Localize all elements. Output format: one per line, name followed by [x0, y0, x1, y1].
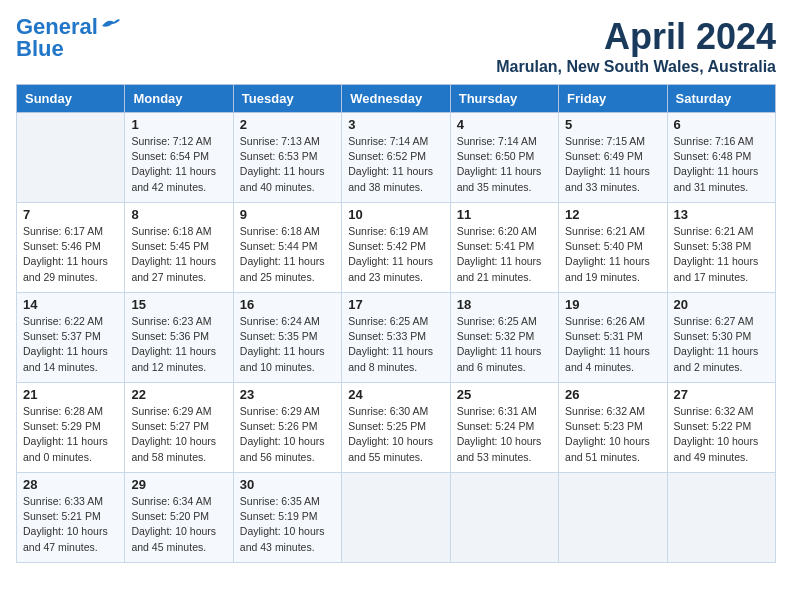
- logo: General Blue: [16, 16, 122, 60]
- day-detail: Sunrise: 6:25 AMSunset: 5:33 PMDaylight:…: [348, 314, 443, 375]
- day-detail: Sunrise: 6:34 AMSunset: 5:20 PMDaylight:…: [131, 494, 226, 555]
- page-header: General Blue April 2024 Marulan, New Sou…: [16, 16, 776, 76]
- day-detail: Sunrise: 7:16 AMSunset: 6:48 PMDaylight:…: [674, 134, 769, 195]
- calendar-cell: 25Sunrise: 6:31 AMSunset: 5:24 PMDayligh…: [450, 383, 558, 473]
- day-header-friday: Friday: [559, 85, 667, 113]
- calendar-cell: 8Sunrise: 6:18 AMSunset: 5:45 PMDaylight…: [125, 203, 233, 293]
- day-number: 4: [457, 117, 552, 132]
- day-detail: Sunrise: 6:27 AMSunset: 5:30 PMDaylight:…: [674, 314, 769, 375]
- day-detail: Sunrise: 6:28 AMSunset: 5:29 PMDaylight:…: [23, 404, 118, 465]
- calendar-cell: 1Sunrise: 7:12 AMSunset: 6:54 PMDaylight…: [125, 113, 233, 203]
- calendar-cell: 22Sunrise: 6:29 AMSunset: 5:27 PMDayligh…: [125, 383, 233, 473]
- day-detail: Sunrise: 6:23 AMSunset: 5:36 PMDaylight:…: [131, 314, 226, 375]
- day-header-wednesday: Wednesday: [342, 85, 450, 113]
- calendar-cell: [667, 473, 775, 563]
- day-number: 26: [565, 387, 660, 402]
- day-number: 20: [674, 297, 769, 312]
- day-number: 30: [240, 477, 335, 492]
- day-header-sunday: Sunday: [17, 85, 125, 113]
- day-detail: Sunrise: 6:19 AMSunset: 5:42 PMDaylight:…: [348, 224, 443, 285]
- day-number: 10: [348, 207, 443, 222]
- day-number: 21: [23, 387, 118, 402]
- day-detail: Sunrise: 6:29 AMSunset: 5:27 PMDaylight:…: [131, 404, 226, 465]
- calendar-cell: 2Sunrise: 7:13 AMSunset: 6:53 PMDaylight…: [233, 113, 341, 203]
- calendar-table: SundayMondayTuesdayWednesdayThursdayFrid…: [16, 84, 776, 563]
- day-detail: Sunrise: 6:35 AMSunset: 5:19 PMDaylight:…: [240, 494, 335, 555]
- day-detail: Sunrise: 6:30 AMSunset: 5:25 PMDaylight:…: [348, 404, 443, 465]
- calendar-cell: 16Sunrise: 6:24 AMSunset: 5:35 PMDayligh…: [233, 293, 341, 383]
- calendar-cell: [342, 473, 450, 563]
- day-number: 22: [131, 387, 226, 402]
- calendar-cell: 18Sunrise: 6:25 AMSunset: 5:32 PMDayligh…: [450, 293, 558, 383]
- calendar-week-1: 1Sunrise: 7:12 AMSunset: 6:54 PMDaylight…: [17, 113, 776, 203]
- day-header-thursday: Thursday: [450, 85, 558, 113]
- day-number: 16: [240, 297, 335, 312]
- day-number: 7: [23, 207, 118, 222]
- day-header-saturday: Saturday: [667, 85, 775, 113]
- calendar-cell: 27Sunrise: 6:32 AMSunset: 5:22 PMDayligh…: [667, 383, 775, 473]
- day-detail: Sunrise: 6:18 AMSunset: 5:44 PMDaylight:…: [240, 224, 335, 285]
- day-number: 27: [674, 387, 769, 402]
- calendar-cell: 20Sunrise: 6:27 AMSunset: 5:30 PMDayligh…: [667, 293, 775, 383]
- calendar-week-4: 21Sunrise: 6:28 AMSunset: 5:29 PMDayligh…: [17, 383, 776, 473]
- day-number: 23: [240, 387, 335, 402]
- day-number: 25: [457, 387, 552, 402]
- day-number: 9: [240, 207, 335, 222]
- calendar-week-5: 28Sunrise: 6:33 AMSunset: 5:21 PMDayligh…: [17, 473, 776, 563]
- day-detail: Sunrise: 7:14 AMSunset: 6:50 PMDaylight:…: [457, 134, 552, 195]
- day-detail: Sunrise: 6:24 AMSunset: 5:35 PMDaylight:…: [240, 314, 335, 375]
- calendar-cell: 9Sunrise: 6:18 AMSunset: 5:44 PMDaylight…: [233, 203, 341, 293]
- day-header-monday: Monday: [125, 85, 233, 113]
- day-number: 5: [565, 117, 660, 132]
- logo-blue-text: Blue: [16, 38, 64, 60]
- day-detail: Sunrise: 6:26 AMSunset: 5:31 PMDaylight:…: [565, 314, 660, 375]
- day-number: 24: [348, 387, 443, 402]
- calendar-cell: 19Sunrise: 6:26 AMSunset: 5:31 PMDayligh…: [559, 293, 667, 383]
- day-detail: Sunrise: 6:17 AMSunset: 5:46 PMDaylight:…: [23, 224, 118, 285]
- day-number: 12: [565, 207, 660, 222]
- calendar-cell: 21Sunrise: 6:28 AMSunset: 5:29 PMDayligh…: [17, 383, 125, 473]
- calendar-cell: 29Sunrise: 6:34 AMSunset: 5:20 PMDayligh…: [125, 473, 233, 563]
- day-detail: Sunrise: 6:33 AMSunset: 5:21 PMDaylight:…: [23, 494, 118, 555]
- day-number: 3: [348, 117, 443, 132]
- calendar-cell: 17Sunrise: 6:25 AMSunset: 5:33 PMDayligh…: [342, 293, 450, 383]
- calendar-cell: 26Sunrise: 6:32 AMSunset: 5:23 PMDayligh…: [559, 383, 667, 473]
- day-number: 8: [131, 207, 226, 222]
- day-number: 29: [131, 477, 226, 492]
- calendar-cell: 4Sunrise: 7:14 AMSunset: 6:50 PMDaylight…: [450, 113, 558, 203]
- calendar-cell: 10Sunrise: 6:19 AMSunset: 5:42 PMDayligh…: [342, 203, 450, 293]
- day-detail: Sunrise: 6:21 AMSunset: 5:38 PMDaylight:…: [674, 224, 769, 285]
- calendar-cell: 11Sunrise: 6:20 AMSunset: 5:41 PMDayligh…: [450, 203, 558, 293]
- day-detail: Sunrise: 7:14 AMSunset: 6:52 PMDaylight:…: [348, 134, 443, 195]
- calendar-cell: 24Sunrise: 6:30 AMSunset: 5:25 PMDayligh…: [342, 383, 450, 473]
- day-detail: Sunrise: 6:29 AMSunset: 5:26 PMDaylight:…: [240, 404, 335, 465]
- calendar-cell: 23Sunrise: 6:29 AMSunset: 5:26 PMDayligh…: [233, 383, 341, 473]
- calendar-cell: 12Sunrise: 6:21 AMSunset: 5:40 PMDayligh…: [559, 203, 667, 293]
- month-title: April 2024: [496, 16, 776, 58]
- day-number: 2: [240, 117, 335, 132]
- calendar-cell: 28Sunrise: 6:33 AMSunset: 5:21 PMDayligh…: [17, 473, 125, 563]
- header-row: SundayMondayTuesdayWednesdayThursdayFrid…: [17, 85, 776, 113]
- day-number: 6: [674, 117, 769, 132]
- day-detail: Sunrise: 6:25 AMSunset: 5:32 PMDaylight:…: [457, 314, 552, 375]
- calendar-cell: 15Sunrise: 6:23 AMSunset: 5:36 PMDayligh…: [125, 293, 233, 383]
- day-header-tuesday: Tuesday: [233, 85, 341, 113]
- day-number: 28: [23, 477, 118, 492]
- day-number: 11: [457, 207, 552, 222]
- day-detail: Sunrise: 6:18 AMSunset: 5:45 PMDaylight:…: [131, 224, 226, 285]
- day-number: 19: [565, 297, 660, 312]
- title-block: April 2024 Marulan, New South Wales, Aus…: [496, 16, 776, 76]
- day-number: 14: [23, 297, 118, 312]
- day-detail: Sunrise: 6:20 AMSunset: 5:41 PMDaylight:…: [457, 224, 552, 285]
- day-detail: Sunrise: 6:22 AMSunset: 5:37 PMDaylight:…: [23, 314, 118, 375]
- day-number: 15: [131, 297, 226, 312]
- logo-text: General: [16, 16, 98, 38]
- day-detail: Sunrise: 6:32 AMSunset: 5:22 PMDaylight:…: [674, 404, 769, 465]
- day-number: 1: [131, 117, 226, 132]
- calendar-cell: 7Sunrise: 6:17 AMSunset: 5:46 PMDaylight…: [17, 203, 125, 293]
- day-detail: Sunrise: 7:13 AMSunset: 6:53 PMDaylight:…: [240, 134, 335, 195]
- calendar-cell: 3Sunrise: 7:14 AMSunset: 6:52 PMDaylight…: [342, 113, 450, 203]
- day-number: 18: [457, 297, 552, 312]
- day-detail: Sunrise: 7:15 AMSunset: 6:49 PMDaylight:…: [565, 134, 660, 195]
- day-number: 17: [348, 297, 443, 312]
